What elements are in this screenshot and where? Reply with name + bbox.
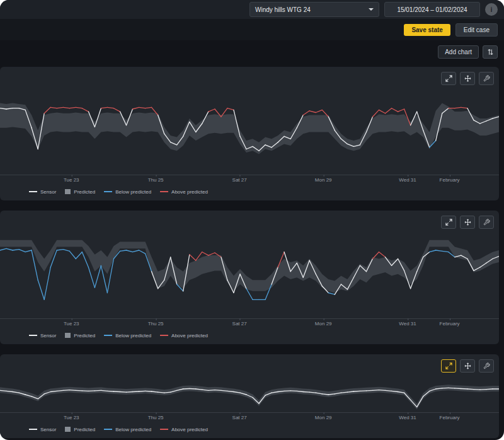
sensor-line-segment	[190, 389, 196, 390]
legend-swatch	[65, 333, 71, 338]
x-tick-label: Tue 23	[64, 415, 79, 420]
sensor-line-segment	[183, 389, 190, 390]
x-tick-label: Thu 25	[148, 321, 164, 327]
sensor-line-segment	[133, 107, 139, 109]
sensor-line-segment	[392, 108, 398, 112]
sensor-line-segment	[44, 107, 50, 113]
app-window: Windy hills WTG 24 15/01/2024 – 01/02/20…	[0, 0, 504, 440]
wrench-icon	[483, 219, 490, 226]
sensor-line-segment	[69, 390, 76, 391]
sensor-line-segment	[284, 391, 290, 391]
legend-label: Sensor	[40, 427, 56, 432]
sensor-line-segment	[449, 388, 455, 388]
turbine-select-value: Windy hills WTG 24	[255, 6, 311, 13]
sensor-line-segment	[82, 391, 88, 391]
x-tick-label: Mon 29	[315, 415, 332, 420]
legend-item[interactable]: Predicted	[65, 427, 95, 432]
sensor-line-segment	[209, 109, 215, 112]
add-chart-button[interactable]: Add chart	[438, 45, 479, 59]
sensor-line-segment	[114, 108, 120, 112]
x-tick-label: Sat 27	[232, 415, 247, 420]
legend-item[interactable]: Sensor	[29, 333, 56, 339]
info-icon: i	[490, 6, 492, 13]
x-tick-label: Wed 31	[399, 415, 416, 420]
sort-charts-button[interactable]	[483, 45, 498, 59]
pan-chart-button[interactable]	[460, 359, 475, 373]
legend-item[interactable]: Above predicted	[160, 333, 208, 339]
legend-label: Sensor	[40, 189, 56, 195]
edit-case-button[interactable]: Edit case	[455, 23, 498, 37]
sensor-line-segment	[139, 250, 146, 253]
chart-plot[interactable]	[0, 233, 499, 318]
save-state-button[interactable]: Save state	[404, 24, 450, 36]
legend-item[interactable]: Predicted	[65, 189, 95, 195]
legend-swatch	[104, 429, 112, 430]
chart-panel-1: Tue 23Thu 25Sat 27Mon 29Wed 31February S…	[0, 67, 499, 200]
x-tick-label: Tue 23	[64, 321, 79, 327]
sensor-line-segment	[215, 390, 221, 391]
x-tick-label: Mon 29	[315, 177, 332, 183]
expand-chart-button[interactable]	[441, 359, 456, 373]
sensor-line-segment	[127, 392, 133, 393]
predicted-band	[0, 103, 499, 154]
sensor-line-segment	[76, 252, 82, 259]
x-tick-label: February	[440, 321, 460, 327]
chart-settings-button[interactable]	[479, 72, 494, 85]
sensor-line-segment	[120, 250, 127, 251]
pan-chart-button[interactable]	[460, 72, 475, 85]
legend-swatch	[160, 429, 168, 430]
x-tick-label: February	[440, 177, 460, 183]
x-tick-label: Wed 31	[399, 177, 416, 183]
sensor-line-segment	[127, 250, 133, 252]
expand-chart-button[interactable]	[441, 216, 456, 229]
sensor-line-segment	[461, 107, 467, 108]
expand-chart-button[interactable]	[441, 72, 456, 85]
sensor-line-segment	[373, 252, 379, 259]
sensor-line-segment	[290, 391, 297, 391]
sensor-line-segment	[209, 253, 215, 255]
legend-label: Above predicted	[171, 333, 208, 339]
sensor-line-segment	[202, 252, 209, 255]
legend-item[interactable]: Below predicted	[104, 427, 151, 432]
chart-plot[interactable]	[0, 90, 499, 175]
legend-label: Below predicted	[115, 427, 151, 432]
legend-label: Below predicted	[115, 189, 151, 195]
sensor-line-segment	[303, 392, 309, 393]
legend-item[interactable]: Above predicted	[160, 427, 208, 432]
predicted-band	[0, 385, 499, 409]
sensor-line-segment	[19, 250, 25, 252]
chart-plot[interactable]	[0, 377, 499, 412]
legend-swatch	[104, 335, 112, 336]
sensor-line-segment	[44, 267, 50, 299]
expand-icon	[445, 362, 452, 369]
sensor-line-segment	[474, 390, 480, 390]
legend-label: Predicted	[74, 333, 95, 339]
sensor-line-segment	[360, 391, 366, 391]
sensor-line-segment	[373, 390, 379, 391]
sensor-line-segment	[63, 250, 69, 252]
legend-item[interactable]: Below predicted	[104, 189, 151, 195]
sensor-line-segment	[76, 107, 82, 108]
sensor-line-segment	[455, 388, 461, 389]
chart-settings-button[interactable]	[479, 216, 494, 229]
pan-chart-button[interactable]	[460, 216, 475, 229]
legend-label: Sensor	[40, 333, 56, 339]
move-icon	[464, 362, 471, 369]
legend-item[interactable]: Predicted	[65, 333, 95, 339]
legend-item[interactable]: Above predicted	[160, 189, 208, 195]
sensor-line-segment	[430, 250, 436, 252]
x-axis: Tue 23Thu 25Sat 27Mon 29Wed 31February	[0, 175, 499, 185]
turbine-select[interactable]: Windy hills WTG 24	[249, 2, 379, 17]
date-range-input[interactable]: 15/01/2024 – 01/02/2024	[384, 2, 480, 17]
legend-item[interactable]: Below predicted	[104, 333, 151, 339]
legend-item[interactable]: Sensor	[29, 189, 56, 195]
sensor-line-segment	[57, 250, 63, 250]
sensor-line-segment	[82, 108, 88, 112]
chart-settings-button[interactable]	[479, 359, 494, 373]
legend-item[interactable]: Sensor	[29, 427, 56, 432]
sensor-line-segment	[486, 389, 493, 390]
sensor-line-segment	[101, 107, 107, 108]
info-button[interactable]: i	[485, 3, 498, 16]
sensor-line-segment	[88, 391, 94, 391]
predicted-band	[0, 240, 499, 293]
